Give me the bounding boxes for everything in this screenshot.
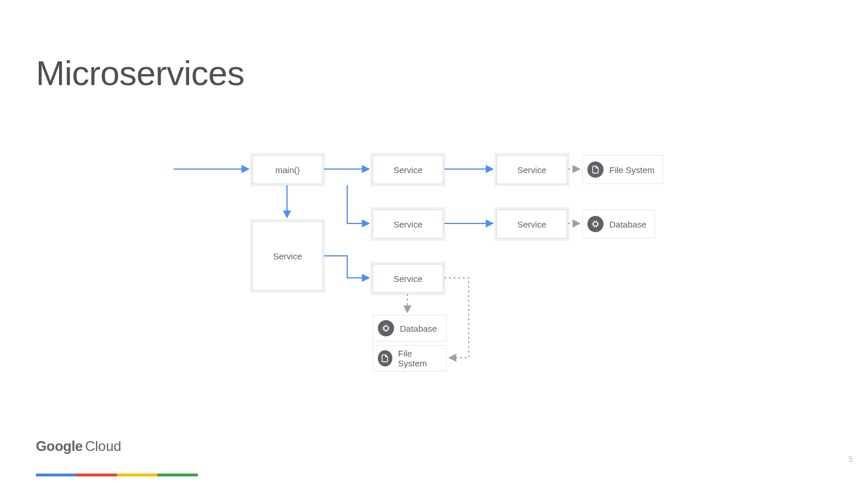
node-service-mid-a: Service xyxy=(373,210,443,239)
svg-rect-1 xyxy=(384,326,388,331)
resource-label: Database xyxy=(400,324,437,333)
resource-label: File System xyxy=(398,348,438,368)
resource-label: Database xyxy=(609,219,646,229)
resource-filesystem-bottom: File System xyxy=(373,345,447,372)
chip-icon xyxy=(378,320,394,336)
brand-stripe xyxy=(36,474,198,476)
slide-title: Microservices xyxy=(36,53,244,93)
file-icon xyxy=(378,350,392,366)
brand-google-cloud: Google Cloud xyxy=(36,438,122,454)
node-main: main() xyxy=(252,155,323,184)
resource-label: File System xyxy=(609,165,654,175)
node-service-bottom: Service xyxy=(373,264,443,293)
brand-cloud: Cloud xyxy=(85,438,122,454)
resource-database-mid: Database xyxy=(582,210,655,239)
brand-google: Google xyxy=(36,438,83,454)
node-service-top-a: Service xyxy=(373,155,443,184)
chip-icon xyxy=(587,216,604,232)
node-service-mid-b: Service xyxy=(496,210,567,239)
resource-database-bottom: Database xyxy=(373,315,447,342)
svg-rect-0 xyxy=(594,222,598,226)
page-number: 5 xyxy=(848,454,853,464)
node-service-left: Service xyxy=(252,221,323,291)
resource-filesystem-top: File System xyxy=(582,155,663,184)
file-icon xyxy=(587,162,604,178)
node-service-top-b: Service xyxy=(496,155,567,184)
